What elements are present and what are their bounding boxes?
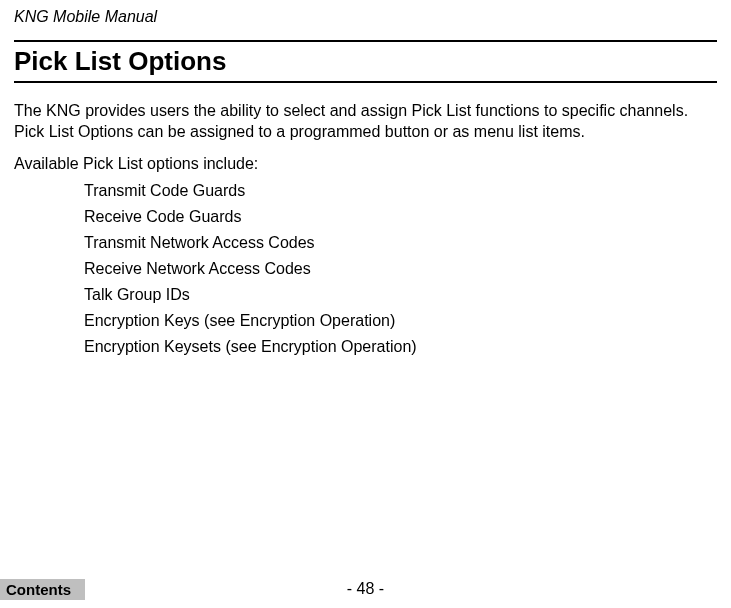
list-item: Transmit Network Access Codes [84, 231, 717, 255]
list-item: Encryption Keysets (see Encryption Opera… [84, 335, 717, 359]
contents-button[interactable]: Contents [0, 579, 85, 600]
list-item: Encryption Keys (see Encryption Operatio… [84, 309, 717, 333]
intro-paragraph: The KNG provides users the ability to se… [14, 101, 717, 143]
footer: - 48 - Contents [0, 580, 731, 600]
divider-bottom [14, 81, 717, 83]
divider-top [14, 40, 717, 42]
page-number: - 48 - [347, 580, 384, 598]
list-item: Talk Group IDs [84, 283, 717, 307]
section-heading: Pick List Options [14, 46, 717, 77]
list-intro: Available Pick List options include: [14, 155, 717, 173]
list-item: Receive Code Guards [84, 205, 717, 229]
list-item: Transmit Code Guards [84, 179, 717, 203]
option-list: Transmit Code Guards Receive Code Guards… [14, 179, 717, 359]
list-item: Receive Network Access Codes [84, 257, 717, 281]
document-header: KNG Mobile Manual [14, 8, 717, 26]
